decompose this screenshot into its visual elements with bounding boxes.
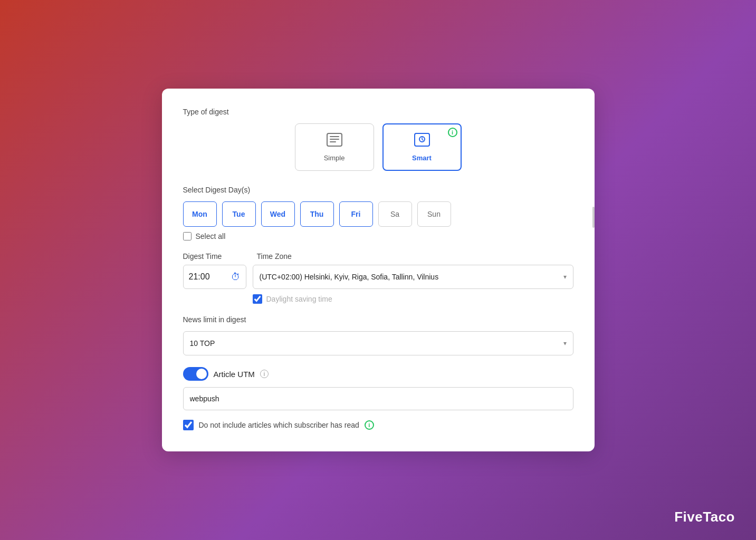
time-zone-label: Time Zone [257, 252, 292, 261]
select-all-label: Select all [196, 232, 226, 240]
select-digest-days-label: Select Digest Day(s) [183, 186, 573, 194]
day-btn-sun[interactable]: Sun [417, 201, 451, 227]
utm-row: Article UTM i [183, 367, 573, 381]
main-card: Type of digest Simple i Smart [162, 89, 595, 451]
day-btn-sa[interactable]: Sa [378, 201, 412, 227]
type-of-digest-label: Type of digest [183, 108, 573, 116]
article-utm-toggle[interactable] [183, 367, 208, 381]
digest-time-field[interactable]: 21:00 ⏱ [183, 265, 246, 289]
no-read-info-icon[interactable]: i [365, 420, 374, 430]
brand-logo: FiveTaco [674, 509, 735, 525]
digest-option-simple[interactable]: Simple [295, 123, 374, 171]
news-limit-section: News limit in digest 10 TOP ▾ [183, 315, 573, 355]
time-tz-inputs: 21:00 ⏱ (UTC+02:00) Helsinki, Kyiv, Riga… [183, 265, 573, 289]
digest-time-label: Digest Time [183, 252, 257, 261]
toggle-knob [196, 369, 207, 379]
article-utm-label: Article UTM [214, 370, 255, 379]
digest-option-smart[interactable]: i Smart [382, 123, 462, 171]
brand-part1: Five [674, 509, 703, 525]
time-tz-labels: Digest Time Time Zone [183, 252, 573, 261]
days-row: Mon Tue Wed Thu Fri Sa Sun [183, 201, 573, 227]
day-btn-tue[interactable]: Tue [222, 201, 256, 227]
no-read-checkbox[interactable] [183, 420, 194, 430]
time-tz-section: Digest Time Time Zone 21:00 ⏱ (UTC+02:00… [183, 252, 573, 289]
select-all-row: Select all [183, 232, 573, 240]
select-all-checkbox[interactable] [183, 232, 192, 240]
smart-info-badge[interactable]: i [448, 128, 457, 137]
days-section: Select Digest Day(s) Mon Tue Wed Thu Fri… [183, 186, 573, 240]
day-btn-thu[interactable]: Thu [300, 201, 334, 227]
news-limit-arrow-icon: ▾ [563, 340, 567, 347]
news-limit-label: News limit in digest [183, 315, 573, 324]
timezone-arrow-icon: ▾ [563, 273, 567, 281]
digest-type-row: Simple i Smart [183, 123, 573, 171]
daylight-checkbox[interactable] [253, 294, 262, 304]
daylight-label: Daylight saving time [266, 295, 332, 303]
digest-time-value: 21:00 [189, 272, 210, 282]
news-limit-dropdown[interactable]: 10 TOP ▾ [183, 331, 573, 355]
daylight-row: Daylight saving time [183, 294, 573, 304]
news-limit-value: 10 TOP [190, 339, 215, 348]
smart-label: Smart [412, 154, 432, 162]
day-btn-fri[interactable]: Fri [339, 201, 373, 227]
timezone-dropdown[interactable]: (UTC+02:00) Helsinki, Kyiv, Riga, Sofia,… [253, 265, 573, 289]
utm-input[interactable] [183, 387, 573, 410]
article-utm-info-icon[interactable]: i [260, 370, 269, 378]
no-read-row: Do not include articles which subscriber… [183, 420, 573, 430]
smart-icon [414, 132, 430, 151]
brand-part2: Taco [703, 509, 735, 525]
timezone-value: (UTC+02:00) Helsinki, Kyiv, Riga, Sofia,… [260, 273, 439, 281]
scrollbar-thumb[interactable] [592, 207, 595, 228]
clock-icon: ⏱ [231, 272, 241, 283]
no-read-label: Do not include articles which subscriber… [199, 421, 359, 429]
simple-label: Simple [324, 154, 345, 162]
day-btn-wed[interactable]: Wed [261, 201, 295, 227]
simple-icon [326, 132, 343, 151]
day-btn-mon[interactable]: Mon [183, 201, 217, 227]
